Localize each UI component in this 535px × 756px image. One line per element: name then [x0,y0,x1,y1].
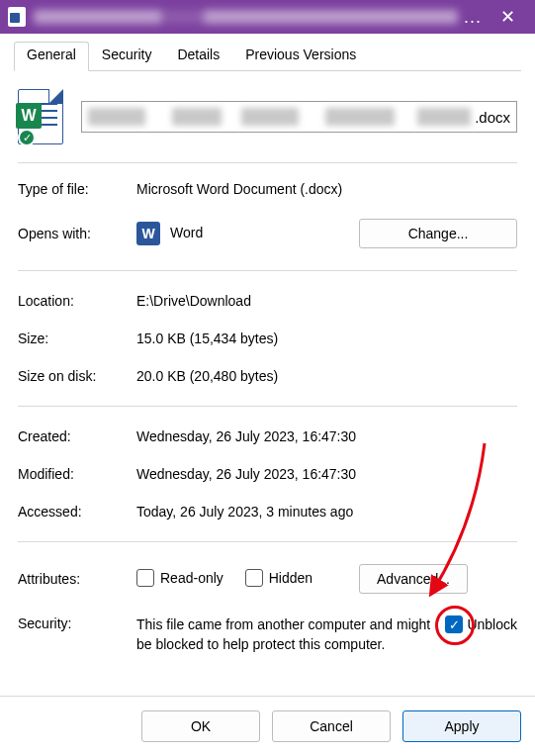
opens-with-value: WWord [136,222,359,245]
checkbox-icon [245,569,263,587]
opens-with-label: Opens with: [18,226,136,241]
type-value: Microsoft Word Document (.docx) [136,181,517,197]
attributes-row: Read-only Hidden [136,569,359,590]
dialog-footer: OK Cancel Apply [0,696,535,756]
tab-general[interactable]: General [14,42,89,71]
security-label: Security: [18,615,136,631]
word-app-icon: W [136,222,160,245]
modified-value: Wednesday, 26 July 2023, 16:47:30 [136,466,517,482]
hidden-label: Hidden [269,570,312,586]
attributes-label: Attributes: [18,571,136,587]
unblock-label: Unblock [467,616,517,632]
apply-button[interactable]: Apply [402,710,521,742]
change-button[interactable]: Change... [359,219,517,248]
tab-details[interactable]: Details [164,42,232,71]
location-value: E:\Drive\Download [136,293,517,309]
advanced-button[interactable]: Advanced... [359,564,468,594]
readonly-checkbox[interactable]: Read-only [136,569,223,587]
tabs: General Security Details Previous Versio… [14,42,521,71]
close-icon: ✕ [500,6,515,28]
accessed-value: Today, 26 July 2023, 3 minutes ago [136,504,517,520]
sync-check-icon: ✓ [18,129,36,146]
checkbox-icon [136,569,154,587]
tab-security[interactable]: Security [89,42,165,71]
readonly-label: Read-only [160,570,223,586]
cancel-button[interactable]: Cancel [272,710,391,742]
titlebar-overflow: ... [458,7,488,28]
hidden-checkbox[interactable]: Hidden [245,569,312,587]
opens-with-app-name: Word [170,225,203,240]
modified-label: Modified: [18,466,136,482]
file-header-row: W ✓ .docx [18,89,517,163]
filename-input[interactable]: .docx [81,101,517,133]
close-button[interactable]: ✕ [488,0,527,34]
titlebar-title-obscured [34,10,458,24]
size-on-disk-value: 20.0 KB (20,480 bytes) [136,368,517,384]
size-label: Size: [18,331,136,346]
tab-previous-versions[interactable]: Previous Versions [232,42,369,71]
file-type-icon: W ✓ [18,89,63,144]
size-value: 15.0 KB (15,434 bytes) [136,331,517,346]
filename-extension: .docx [471,109,510,126]
security-text: This file came from another computer and… [136,615,437,654]
size-on-disk-label: Size on disk: [18,368,136,384]
created-label: Created: [18,428,136,444]
accessed-label: Accessed: [18,504,136,520]
titlebar: ... ✕ [0,0,535,34]
ok-button[interactable]: OK [141,710,260,742]
checkbox-checked-icon: ✓ [445,615,463,633]
location-label: Location: [18,293,136,309]
titlebar-file-icon [8,7,26,27]
unblock-checkbox[interactable]: ✓ Unblock [445,615,517,633]
filename-obscured [88,108,471,126]
type-label: Type of file: [18,181,136,197]
word-badge-icon: W [16,103,42,129]
created-value: Wednesday, 26 July 2023, 16:47:30 [136,428,517,444]
